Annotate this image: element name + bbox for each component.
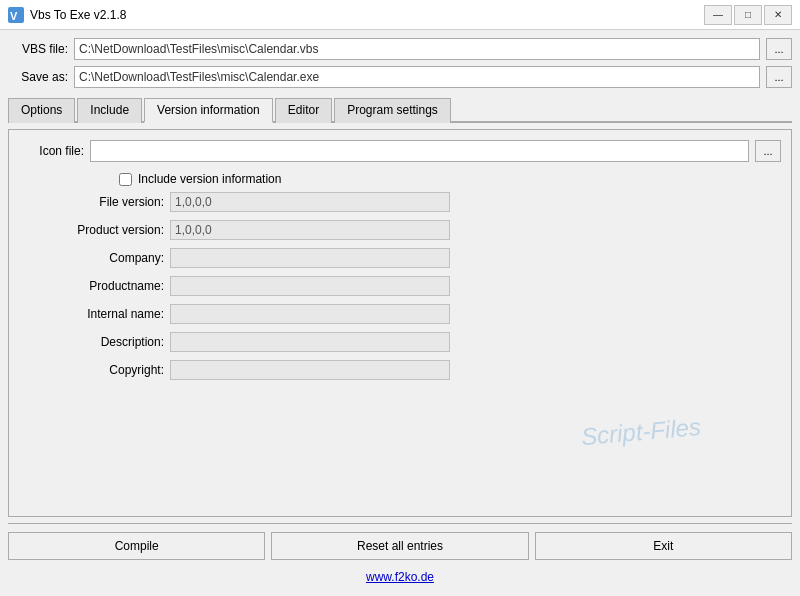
save-as-input[interactable] — [74, 66, 760, 88]
close-button[interactable]: ✕ — [764, 5, 792, 25]
description-row: Description: — [19, 332, 781, 352]
file-version-label: File version: — [19, 195, 164, 209]
reset-button[interactable]: Reset all entries — [271, 532, 528, 560]
exit-button[interactable]: Exit — [535, 532, 792, 560]
file-version-row: File version: — [19, 192, 781, 212]
bottom-buttons: Compile Reset all entries Exit — [8, 523, 792, 560]
product-version-row: Product version: — [19, 220, 781, 240]
vbs-browse-button[interactable]: ... — [766, 38, 792, 60]
productname-label: Productname: — [19, 279, 164, 293]
vbs-file-label: VBS file: — [8, 42, 68, 56]
version-information-content: Icon file: ... Include version informati… — [19, 140, 781, 506]
title-bar-controls: — □ ✕ — [704, 5, 792, 25]
app-title: Vbs To Exe v2.1.8 — [30, 8, 127, 22]
main-window: VBS file: ... Save as: ... Options Inclu… — [0, 30, 800, 596]
productname-input[interactable] — [170, 276, 450, 296]
svg-text:V: V — [10, 10, 18, 22]
product-version-input[interactable] — [170, 220, 450, 240]
file-version-input[interactable] — [170, 192, 450, 212]
company-label: Company: — [19, 251, 164, 265]
save-browse-button[interactable]: ... — [766, 66, 792, 88]
title-bar-left: V Vbs To Exe v2.1.8 — [8, 7, 127, 23]
copyright-label: Copyright: — [19, 363, 164, 377]
vbs-file-row: VBS file: ... — [8, 38, 792, 60]
title-bar: V Vbs To Exe v2.1.8 — □ ✕ — [0, 0, 800, 30]
company-row: Company: — [19, 248, 781, 268]
compile-button[interactable]: Compile — [8, 532, 265, 560]
internal-name-label: Internal name: — [19, 307, 164, 321]
internal-name-row: Internal name: — [19, 304, 781, 324]
product-version-label: Product version: — [19, 223, 164, 237]
tabs-bar: Options Include Version information Edit… — [8, 96, 792, 123]
watermark: Script-Files — [580, 413, 702, 451]
save-as-label: Save as: — [8, 70, 68, 84]
tab-content: Icon file: ... Include version informati… — [8, 129, 792, 517]
tab-options[interactable]: Options — [8, 98, 75, 123]
company-input[interactable] — [170, 248, 450, 268]
copyright-input[interactable] — [170, 360, 450, 380]
tab-include[interactable]: Include — [77, 98, 142, 123]
save-as-row: Save as: ... — [8, 66, 792, 88]
minimize-button[interactable]: — — [704, 5, 732, 25]
footer: www.f2ko.de — [8, 566, 792, 588]
description-label: Description: — [19, 335, 164, 349]
icon-file-row: Icon file: ... — [19, 140, 781, 162]
copyright-row: Copyright: — [19, 360, 781, 380]
icon-file-input[interactable] — [90, 140, 749, 162]
maximize-button[interactable]: □ — [734, 5, 762, 25]
vbs-file-input[interactable] — [74, 38, 760, 60]
icon-file-label: Icon file: — [19, 144, 84, 158]
version-fields: File version: Product version: Company: … — [19, 192, 781, 380]
include-version-row: Include version information — [119, 172, 781, 186]
tab-editor[interactable]: Editor — [275, 98, 332, 123]
footer-link[interactable]: www.f2ko.de — [366, 570, 434, 584]
app-icon: V — [8, 7, 24, 23]
tab-program-settings[interactable]: Program settings — [334, 98, 451, 123]
description-input[interactable] — [170, 332, 450, 352]
include-version-label: Include version information — [138, 172, 281, 186]
include-version-checkbox[interactable] — [119, 173, 132, 186]
tab-version-information[interactable]: Version information — [144, 98, 273, 123]
internal-name-input[interactable] — [170, 304, 450, 324]
icon-browse-button[interactable]: ... — [755, 140, 781, 162]
productname-row: Productname: — [19, 276, 781, 296]
